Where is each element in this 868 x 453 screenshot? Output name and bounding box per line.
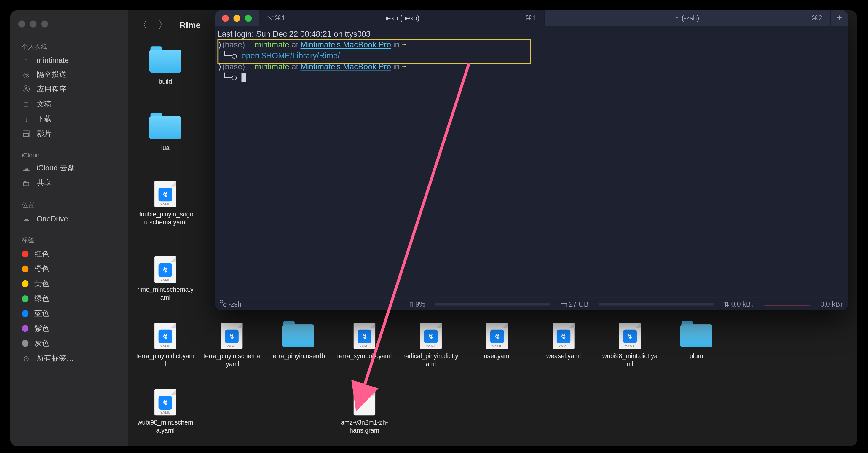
tag-dot-icon <box>22 310 28 317</box>
file-label: lua <box>161 144 169 152</box>
file-label: double_pinyin_sogou.schema.yaml <box>136 211 194 226</box>
file-item[interactable]: lua <box>136 113 194 152</box>
file-label: weasel.yaml <box>546 353 581 361</box>
yaml-file-icon: ↯YAML <box>420 323 442 349</box>
sidebar-item-shared[interactable]: 🗀 共享 <box>10 176 128 191</box>
sidebar-item-airdrop[interactable]: ◎ 隔空投送 <box>10 67 128 82</box>
disk-label: 🖴 27 GB <box>560 300 588 308</box>
zoom-icon[interactable] <box>41 21 48 27</box>
folder-icon <box>149 116 181 139</box>
yaml-file-icon: ↯YAML <box>553 323 574 349</box>
net-chart <box>764 300 810 308</box>
file-label: build <box>159 78 172 86</box>
yaml-file-icon: ↯YAML <box>154 181 176 207</box>
terminal-tabbar: ⌥⌘1hexo (hexo)⌘1~ (-zsh)⌘2 + <box>215 10 848 26</box>
sidebar-item-icloud-drive[interactable]: ☁ iCloud 云盘 <box>10 161 128 176</box>
sidebar-item-movies[interactable]: 🎞 影片 <box>10 127 128 142</box>
sidebar-item-applications[interactable]: Ⓐ 应用程序 <box>10 82 128 97</box>
yaml-file-icon: ↯YAML <box>221 323 243 349</box>
folder-icon <box>149 50 181 72</box>
sidebar-tag[interactable]: 红色 <box>10 247 128 262</box>
sidebar-tag[interactable]: 紫色 <box>10 321 128 336</box>
docs-icon: 🗎 <box>22 100 31 109</box>
file-label: terra_pinyin.schema.yaml <box>203 353 261 368</box>
airdrop-icon: ◎ <box>22 70 31 79</box>
sidebar-tag[interactable]: 橙色 <box>10 262 128 276</box>
terminal-tab[interactable]: ⌥⌘1hexo (hexo)⌘1 <box>258 10 545 26</box>
terminal-tab[interactable]: ~ (-zsh)⌘2 <box>545 10 831 26</box>
cpu-label: ▯ 9% <box>409 300 425 308</box>
yaml-file-icon: ↯YAML <box>619 323 641 349</box>
window-controls[interactable] <box>10 17 128 36</box>
sidebar-tag[interactable]: 灰色 <box>10 336 128 351</box>
sidebar-tag[interactable]: 蓝色 <box>10 306 128 321</box>
movies-icon: 🎞 <box>22 129 31 139</box>
folder-icon <box>282 324 314 347</box>
tag-dot-icon <box>22 340 28 346</box>
terminal-body[interactable]: Last login: Sun Dec 22 00:48:21 on ttys0… <box>215 26 848 298</box>
terminal-statusbar: -zsh ▯ 9% 🖴 27 GB ⇅ 0.0 kB↓ 0.0 kB↑ <box>215 298 848 310</box>
tag-dot-icon <box>22 250 28 257</box>
file-label: terra_symbols.yaml <box>337 353 392 361</box>
file-label: wubi98_mint.schema.yaml <box>136 419 194 434</box>
file-item[interactable]: ↯YAMLterra_symbols.yaml <box>335 322 394 361</box>
file-label: terra_pinyin.userdb <box>271 353 325 361</box>
file-item[interactable]: ↯YAMLrime_mint.schema.yaml <box>136 255 194 302</box>
file-item[interactable]: ↯YAMLterra_pinyin.schema.yaml <box>203 322 261 368</box>
file-item[interactable]: ↯YAMLterra_pinyin.dict.yaml <box>136 322 194 368</box>
branch-icon <box>220 300 226 306</box>
net-down: ⇅ 0.0 kB↓ <box>724 300 754 308</box>
zoom-icon[interactable] <box>245 15 252 22</box>
file-item[interactable]: ↯YAMLwubi98_mint.schema.yaml <box>136 388 194 434</box>
file-item[interactable]: amz-v3n2m1-zh-hans.gram <box>335 388 394 434</box>
sidebar-tag[interactable]: ⊙所有标签… <box>10 351 128 366</box>
disk-bar <box>599 303 713 305</box>
cloud-icon: ☁ <box>22 164 31 173</box>
yaml-file-icon: ↯YAML <box>154 389 176 415</box>
shared-icon: 🗀 <box>22 179 31 188</box>
cpu-bar <box>435 303 550 305</box>
file-item[interactable]: ↯YAMLwubi98_mint.dict.yaml <box>601 322 659 368</box>
sidebar-item-documents[interactable]: 🗎 文稿 <box>10 97 128 112</box>
forward-button[interactable]: 〉 <box>158 18 168 31</box>
sidebar-tag[interactable]: 绿色 <box>10 291 128 306</box>
session-label: -zsh <box>220 300 241 308</box>
file-label: wubi98_mint.dict.yaml <box>601 353 659 368</box>
close-icon[interactable] <box>222 15 229 22</box>
sidebar-heading-favorites: 个人收藏 <box>10 39 128 53</box>
file-item[interactable]: terra_pinyin.userdb <box>269 322 327 361</box>
file-item[interactable]: ↯YAMLdouble_pinyin_sogou.schema.yaml <box>136 180 194 226</box>
file-item[interactable]: ↯YAMLradical_pinyin.dict.yaml <box>402 322 460 368</box>
yaml-file-icon: ↯YAML <box>154 256 176 283</box>
file-label: terra_pinyin.dict.yaml <box>136 353 194 368</box>
minimize-icon[interactable] <box>233 15 240 22</box>
net-up: 0.0 kB↑ <box>820 300 843 308</box>
file-item[interactable]: ↯YAMLuser.yaml <box>468 322 526 361</box>
terminal-window-controls[interactable] <box>215 15 259 22</box>
minimize-icon[interactable] <box>30 21 36 27</box>
file-item[interactable]: build <box>136 47 194 86</box>
apps-icon: Ⓐ <box>22 85 31 94</box>
tag-dot-icon <box>22 266 28 272</box>
back-button[interactable]: 〈 <box>137 18 148 31</box>
home-icon: ⌂ <box>22 55 31 65</box>
yaml-file-icon: ↯YAML <box>154 323 176 349</box>
sidebar-item-mintimate[interactable]: ⌂ mintimate <box>10 53 128 67</box>
tag-dot-icon <box>22 295 28 302</box>
file-item[interactable]: ↯YAMLweasel.yaml <box>534 322 593 361</box>
cursor <box>242 73 246 82</box>
file-item[interactable]: plum <box>667 322 725 361</box>
file-label: radical_pinyin.dict.yaml <box>402 353 460 368</box>
file-label: plum <box>689 353 703 361</box>
sidebar-tag[interactable]: 黄色 <box>10 276 128 291</box>
sidebar-heading-locations: 位置 <box>10 198 128 212</box>
sidebar-item-onedrive[interactable]: ☁ OneDrive <box>10 212 128 225</box>
file-label: user.yaml <box>484 353 511 361</box>
yaml-file-icon: ↯YAML <box>487 323 508 349</box>
sidebar-item-downloads[interactable]: ↓ 下载 <box>10 112 128 126</box>
close-icon[interactable] <box>19 21 25 27</box>
tag-dot-icon <box>22 280 28 287</box>
finder-sidebar: 个人收藏 ⌂ mintimate ◎ 隔空投送 Ⓐ 应用程序 🗎 文稿 ↓ 下载 <box>10 10 128 447</box>
file-label: rime_mint.schema.yaml <box>136 286 194 302</box>
new-tab-button[interactable]: + <box>831 13 848 23</box>
